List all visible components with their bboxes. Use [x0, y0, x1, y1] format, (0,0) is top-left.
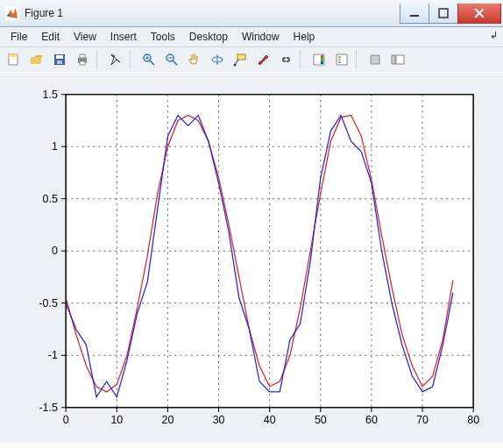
svg-rect-19 — [237, 54, 245, 60]
svg-text:0.5: 0.5 — [43, 193, 58, 205]
hide-plot-tools-icon[interactable] — [365, 49, 386, 70]
rotate3d-icon[interactable] — [207, 49, 228, 70]
svg-text:30: 30 — [213, 414, 225, 426]
menu-edit[interactable]: Edit — [34, 29, 67, 45]
show-plot-tools-icon[interactable] — [387, 49, 408, 70]
svg-line-16 — [173, 60, 177, 65]
svg-text:40: 40 — [264, 414, 276, 426]
svg-text:50: 50 — [315, 414, 327, 426]
legend-icon[interactable] — [331, 49, 352, 70]
menubar: File Edit View Insert Tools Desktop Wind… — [0, 27, 503, 47]
svg-text:20: 20 — [162, 414, 174, 426]
svg-rect-4 — [9, 54, 18, 57]
svg-text:1: 1 — [52, 140, 58, 153]
svg-text:-1: -1 — [48, 349, 58, 361]
menu-tools[interactable]: Tools — [144, 29, 182, 45]
menu-desktop[interactable]: Desktop — [182, 29, 235, 45]
window-title: Figure 1 — [25, 7, 400, 19]
figure-window: Figure 1 File Edit View Insert Tools Des… — [0, 0, 503, 448]
svg-rect-27 — [371, 55, 379, 64]
svg-rect-23 — [337, 54, 347, 65]
window-controls — [400, 4, 501, 23]
toolbar-separator — [130, 50, 135, 69]
toolbar-separator — [356, 50, 361, 69]
dock-toggle-icon[interactable]: ↲ — [490, 30, 498, 41]
brush-icon[interactable] — [252, 49, 273, 70]
print-icon[interactable] — [72, 49, 93, 70]
axes[interactable]: 01020304050607080-1.5-1-0.500.511.5 — [7, 76, 496, 439]
save-icon[interactable] — [49, 49, 70, 70]
edit-plot-icon[interactable] — [105, 49, 126, 70]
svg-line-12 — [150, 60, 154, 65]
svg-rect-29 — [396, 55, 404, 64]
maximize-button[interactable] — [429, 4, 458, 24]
svg-text:1.5: 1.5 — [43, 89, 58, 101]
menu-view[interactable]: View — [67, 29, 103, 45]
menu-help[interactable]: Help — [287, 29, 322, 45]
svg-rect-6 — [56, 55, 63, 59]
new-figure-icon[interactable] — [4, 49, 25, 70]
svg-rect-2 — [439, 9, 448, 18]
zoom-out-icon[interactable] — [161, 49, 182, 70]
zoom-in-icon[interactable] — [138, 49, 159, 70]
svg-rect-22 — [321, 55, 323, 64]
svg-rect-28 — [392, 55, 395, 64]
svg-text:-1.5: -1.5 — [39, 402, 57, 414]
titlebar[interactable]: Figure 1 — [0, 0, 503, 27]
link-plot-icon[interactable] — [275, 49, 296, 70]
svg-rect-10 — [80, 61, 85, 65]
open-icon[interactable] — [26, 49, 47, 70]
svg-text:60: 60 — [365, 414, 378, 426]
svg-point-20 — [234, 64, 237, 67]
close-button[interactable] — [457, 4, 501, 24]
svg-text:80: 80 — [467, 414, 479, 426]
svg-text:-0.5: -0.5 — [39, 297, 57, 309]
svg-text:0: 0 — [52, 245, 58, 257]
toolbar-separator — [96, 50, 102, 69]
colorbar-icon[interactable] — [308, 49, 329, 70]
svg-text:0: 0 — [63, 414, 69, 426]
svg-rect-1 — [410, 15, 419, 17]
minimize-button[interactable] — [400, 4, 429, 24]
svg-rect-7 — [57, 60, 62, 64]
figure-client: 01020304050607080-1.5-1-0.500.511.5 — [0, 72, 503, 443]
menu-window[interactable]: Window — [235, 29, 287, 45]
toolbar — [0, 47, 503, 73]
toolbar-separator — [300, 50, 305, 69]
menu-insert[interactable]: Insert — [103, 29, 144, 45]
menu-file[interactable]: File — [4, 29, 34, 45]
matlab-icon — [5, 6, 19, 20]
pan-icon[interactable] — [184, 49, 205, 70]
svg-text:70: 70 — [416, 414, 429, 426]
svg-text:10: 10 — [110, 414, 123, 426]
data-cursor-icon[interactable] — [230, 49, 251, 70]
svg-rect-9 — [80, 54, 85, 58]
